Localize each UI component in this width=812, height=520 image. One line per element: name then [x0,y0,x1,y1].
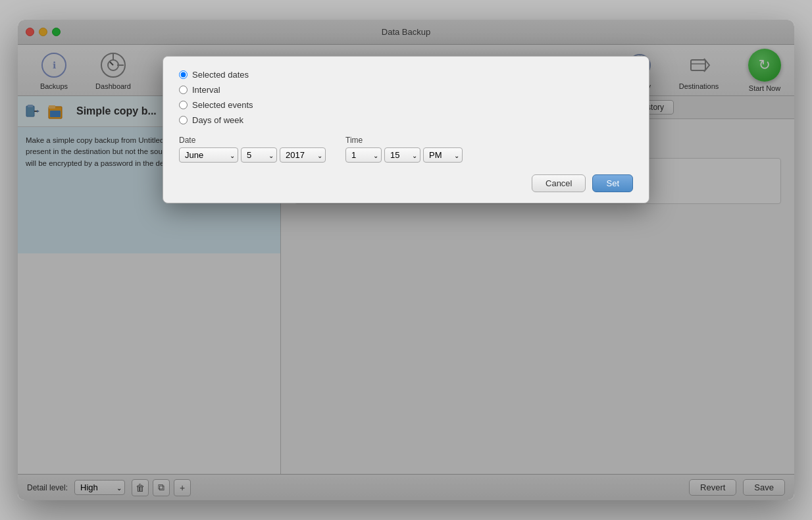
radio-group: Selected dates Interval Selected events … [179,70,633,125]
modal-set-button[interactable]: Set [592,174,633,192]
day-select[interactable]: 5 1234 678910 [241,147,277,163]
month-select[interactable]: June JanuaryFebruaryMarch AprilMayJuly A… [179,147,238,163]
date-time-row: Date June JanuaryFebruaryMarch AprilMayJ… [179,136,633,163]
radio-days-of-week[interactable] [179,116,188,124]
radio-row-selected-events: Selected events [179,100,633,110]
date-field-group: Date June JanuaryFebruaryMarch AprilMayJ… [179,136,326,163]
time-field-group: Time 1 2345 6789 101112 1 [345,136,463,163]
hour-select[interactable]: 1 2345 6789 101112 [345,147,382,163]
month-select-wrap: June JanuaryFebruaryMarch AprilMayJuly A… [179,147,238,163]
radio-interval-label: Interval [192,85,220,95]
minute-select-wrap: 15 000510 202530 [384,147,420,163]
date-label: Date [179,136,326,145]
schedule-modal: Selected dates Interval Selected events … [163,56,649,203]
radio-selected-events-label: Selected events [192,100,253,110]
radio-days-of-week-label: Days of week [192,115,243,125]
radio-selected-dates-label: Selected dates [192,70,249,80]
main-window: Data Backup ℹ Backups [18,20,794,500]
day-select-wrap: 5 1234 678910 [241,147,277,163]
minute-select[interactable]: 15 000510 202530 [384,147,420,163]
radio-interval[interactable] [179,86,188,94]
time-inputs: 1 2345 6789 101112 15 000510 202530 [345,147,463,163]
radio-selected-events[interactable] [179,101,188,109]
hour-select-wrap: 1 2345 6789 101112 [345,147,382,163]
modal-cancel-button[interactable]: Cancel [532,174,586,192]
radio-row-days-of-week: Days of week [179,115,633,125]
radio-row-interval: Interval [179,85,633,95]
radio-row-selected-dates: Selected dates [179,70,633,80]
radio-selected-dates[interactable] [179,70,188,79]
ampm-select-wrap: PM AM [423,147,463,163]
modal-buttons: Cancel Set [179,174,633,192]
year-select[interactable]: 2017 2015201620182019 [280,147,326,163]
time-label: Time [345,136,463,145]
date-inputs: June JanuaryFebruaryMarch AprilMayJuly A… [179,147,326,163]
modal-overlay: Selected dates Interval Selected events … [18,20,794,500]
ampm-select[interactable]: PM AM [423,147,463,163]
year-select-wrap: 2017 2015201620182019 [280,147,326,163]
